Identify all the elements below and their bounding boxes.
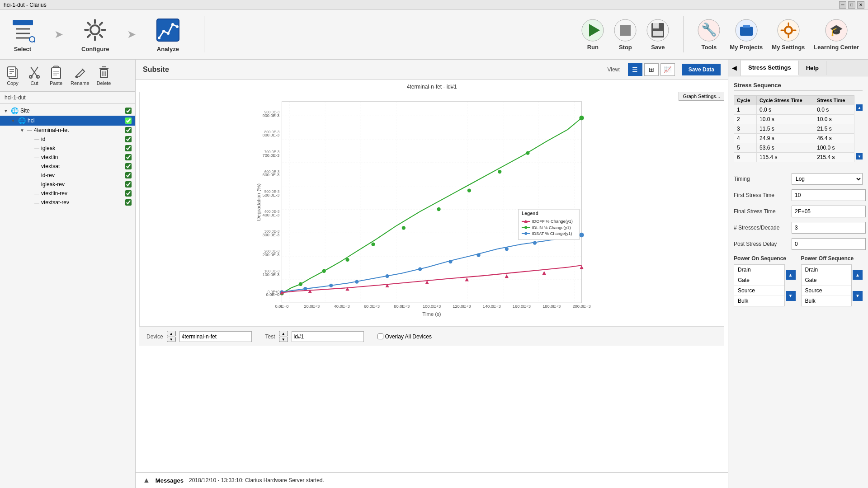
paste-button[interactable]: Paste <box>47 63 65 88</box>
site-checkbox[interactable] <box>125 108 132 114</box>
toolbar-select[interactable]: Select <box>9 17 36 52</box>
delete-icon <box>97 65 111 80</box>
svg-text:300.0E-3: 300.0E-3 <box>264 230 280 234</box>
id-rev-label: id-rev <box>41 172 123 178</box>
post-delay-label: Post Stress Delay <box>734 241 788 247</box>
copy-button[interactable]: Copy <box>4 63 22 88</box>
copy-label: Copy <box>7 80 19 86</box>
tree-item-vtextsat[interactable]: ▼ — vtextsat <box>0 162 135 171</box>
view-chart-btn[interactable]: 📈 <box>660 63 675 76</box>
device-input[interactable] <box>179 331 252 342</box>
overlay-checkbox[interactable] <box>377 333 383 339</box>
igleak-rev-checkbox[interactable] <box>125 181 132 188</box>
post-delay-input[interactable] <box>792 238 866 250</box>
view-grid-btn[interactable]: ⊞ <box>644 63 659 76</box>
timing-select[interactable]: Log Linear <box>792 173 863 185</box>
tree-item-vtextsat-rev[interactable]: ▼ — vtextsat-rev <box>0 198 135 207</box>
power-off-up-btn[interactable]: ▲ <box>853 270 863 280</box>
tree-item-hci[interactable]: ▼ 🌐 hci <box>0 116 135 126</box>
expand-site[interactable]: ▼ <box>4 108 9 113</box>
vtextsat-checkbox[interactable] <box>125 163 132 169</box>
power-on-up-btn[interactable]: ▲ <box>786 270 796 280</box>
toolbar-configure[interactable]: Configure <box>81 17 109 52</box>
device-checkbox[interactable] <box>125 127 132 133</box>
tab-stress-settings[interactable]: Stress Settings <box>741 61 799 75</box>
messages-text: 2018/12/10 - 13:33:10: Clarius Hardware … <box>189 477 324 483</box>
tree-item-vtextlin[interactable]: ▼ — vtextlin <box>0 153 135 162</box>
tree-item-device[interactable]: ▼ — 4terminal-n-fet <box>0 126 135 135</box>
svg-line-5 <box>34 41 35 42</box>
view-table-btn[interactable]: ☰ <box>628 63 642 76</box>
tree-item-igleak-rev[interactable]: ▼ — igleak-rev <box>0 180 135 189</box>
hci-checkbox[interactable] <box>125 117 132 124</box>
device-up-btn[interactable]: ▲ <box>167 331 176 336</box>
test-input[interactable] <box>292 331 364 342</box>
svg-point-105 <box>437 207 440 211</box>
paste-label: Paste <box>50 80 62 86</box>
col-cycle-stress: Cycle Stress Time <box>757 96 814 105</box>
minimize-button[interactable]: ─ <box>839 1 846 9</box>
table-scroll-up[interactable]: ▲ <box>856 104 863 111</box>
vtextlin-checkbox[interactable] <box>125 154 132 160</box>
igleak-checkbox[interactable] <box>125 145 132 151</box>
stresses-input[interactable] <box>792 222 866 234</box>
save-button[interactable]: Save <box>646 19 670 51</box>
tools-icon: 🔧 <box>697 19 721 42</box>
table-scroll-down[interactable]: ▼ <box>856 153 863 160</box>
timing-label: Timing <box>734 176 788 182</box>
svg-point-136 <box>524 226 527 229</box>
arrow-2: ➤ <box>127 28 136 41</box>
svg-text:120.0E+3: 120.0E+3 <box>453 304 471 309</box>
graph-settings-button[interactable]: Graph Settings... <box>679 92 724 101</box>
cut-icon <box>27 65 42 80</box>
id-rev-checkbox[interactable] <box>125 172 132 178</box>
save-data-button[interactable]: Save Data <box>682 64 721 75</box>
rename-button[interactable]: Rename <box>69 63 91 88</box>
learningcenter-button[interactable]: 🎓 Learning Center <box>814 19 859 51</box>
tree-item-igleak[interactable]: ▼ — igleak <box>0 144 135 153</box>
tools-button[interactable]: 🔧 Tools <box>697 19 721 51</box>
final-stress-input[interactable] <box>792 206 866 217</box>
site-icon: 🌐 <box>11 107 19 114</box>
window-controls[interactable]: ─ □ ✕ <box>839 1 864 9</box>
test-down-btn[interactable]: ▼ <box>279 337 288 342</box>
test-up-btn[interactable]: ▲ <box>279 331 288 336</box>
drain-off-label: Drain <box>805 267 818 273</box>
run-button[interactable]: Run <box>581 19 604 51</box>
vtextsat-rev-checkbox[interactable] <box>125 199 132 206</box>
id-checkbox[interactable] <box>125 136 132 142</box>
vtextlin-rev-checkbox[interactable] <box>125 190 132 197</box>
cut-label: Cut <box>30 80 38 86</box>
configure-icon <box>82 17 109 44</box>
tree-item-vtextlin-rev[interactable]: ▼ — vtextlin-rev <box>0 189 135 198</box>
power-off-down-btn[interactable]: ▼ <box>853 291 863 301</box>
svg-text:0.0E+0: 0.0E+0 <box>275 304 289 309</box>
mysettings-button[interactable]: My Settings <box>772 19 805 51</box>
tree-item-id-rev[interactable]: ▼ — id-rev <box>0 171 135 180</box>
subsite-label: Subsite <box>143 66 169 74</box>
svg-text:140.0E+3: 140.0E+3 <box>483 304 501 309</box>
source-off-label: Source <box>805 287 822 294</box>
panel-arrow-btn[interactable]: ◀ <box>728 60 741 76</box>
tree-item-id[interactable]: ▼ — id <box>0 135 135 144</box>
myprojects-button[interactable]: My Projects <box>730 19 763 51</box>
first-stress-input[interactable] <box>792 189 866 201</box>
expand-device[interactable]: ▼ <box>20 128 25 133</box>
delete-button[interactable]: Delete <box>95 63 113 88</box>
stop-button[interactable]: Stop <box>613 19 637 51</box>
svg-text:Time (s): Time (s) <box>422 311 441 317</box>
expand-hci[interactable]: ▼ <box>11 118 16 123</box>
messages-toggle[interactable]: ▲ <box>143 476 150 484</box>
svg-point-114 <box>385 274 389 278</box>
center-header: Subsite View: ☰ ⊞ 📈 Save Data <box>136 60 728 80</box>
right-content: Stress Sequence Cycle Cycle Stress Time … <box>728 76 868 488</box>
tree-item-site[interactable]: ▼ 🌐 Site <box>0 106 135 116</box>
close-button[interactable]: ✕ <box>857 1 864 9</box>
cut-button[interactable]: Cut <box>25 63 43 88</box>
svg-point-113 <box>355 280 359 283</box>
power-on-down-btn[interactable]: ▼ <box>786 291 796 301</box>
device-down-btn[interactable]: ▼ <box>167 337 176 342</box>
toolbar-analyze[interactable]: Analyze <box>154 17 181 52</box>
tab-help[interactable]: Help <box>799 61 826 75</box>
maximize-button[interactable]: □ <box>848 1 855 9</box>
